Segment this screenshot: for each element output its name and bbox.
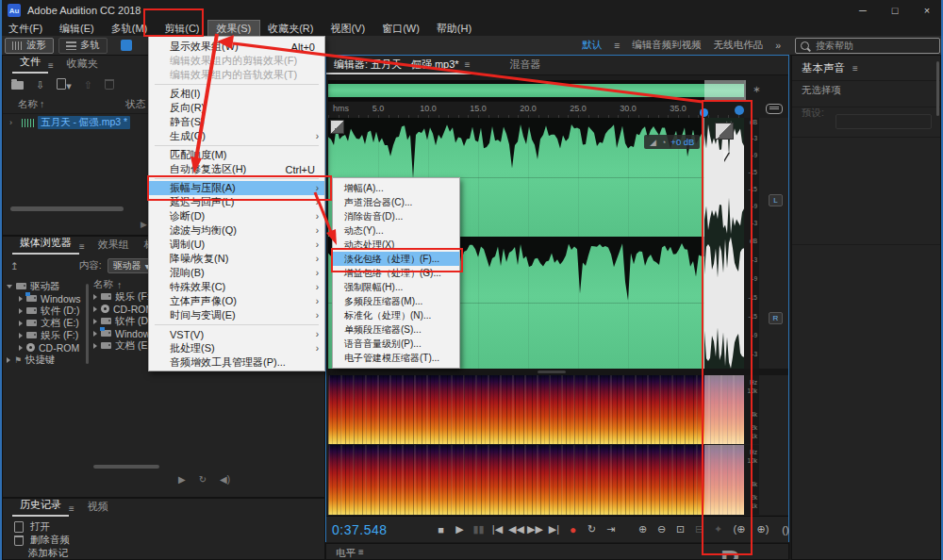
zoom-selection-button[interactable]: ⊡ <box>671 523 689 535</box>
tab-files[interactable]: 文件 <box>12 53 48 74</box>
tree-row-windows[interactable]: Windows <box>7 292 84 305</box>
menu-view[interactable]: 视图(V) <box>322 21 373 36</box>
expand-icon[interactable] <box>19 308 23 314</box>
tree-row-documents[interactable]: 文档 (E:) <box>7 317 84 329</box>
list-col-name[interactable]: 名称 <box>93 278 113 291</box>
essential-sound-menu-icon[interactable]: ≡ <box>852 63 858 74</box>
workspace-tab-default[interactable]: 默认 <box>582 39 602 52</box>
fast-forward-button[interactable]: ▶▶ <box>526 523 544 535</box>
tree-row-cdrom[interactable]: CD-ROM <box>7 341 84 354</box>
editor-menu-icon[interactable]: ≡ <box>465 59 471 70</box>
play-button[interactable]: ▶ <box>451 523 469 535</box>
zoom-full-button[interactable]: ⊟ <box>690 523 708 535</box>
col-status[interactable]: 状态 <box>125 98 145 111</box>
menu-effects[interactable]: 效果(S) <box>208 21 260 36</box>
menu-item-silence[interactable]: 静音(S) <box>149 115 324 129</box>
spectrogram-selection-right[interactable] <box>704 445 744 515</box>
tree-row-media[interactable]: 娱乐 (F:) <box>7 329 84 341</box>
gain-value[interactable]: +0 dB <box>670 137 694 147</box>
expand-icon[interactable] <box>93 331 97 337</box>
submenu-item-dynamics[interactable]: 动态(Y)... <box>333 223 459 238</box>
preview-play-icon[interactable]: ▶ <box>141 220 147 229</box>
tree-row-drives[interactable]: 驱动器 <box>7 280 84 292</box>
menu-item-amplitude-compression[interactable]: 振幅与压限(A)› <box>149 181 324 195</box>
tab-favorites[interactable]: 收藏夹 <box>59 55 106 74</box>
gain-hud[interactable]: ◢ ◔ +0 dB <box>644 135 700 149</box>
history-item-add-marker[interactable]: 添加标记 <box>3 547 324 560</box>
submenu-item-hard-limiter[interactable]: 强制限幅(H)... <box>333 280 459 294</box>
fade-out-handle-icon[interactable] <box>715 123 734 140</box>
up-directory-icon[interactable]: ↥ <box>10 260 19 272</box>
spectrogram-right-channel[interactable] <box>328 445 744 515</box>
skip-to-end-button[interactable]: ▶| <box>545 523 563 535</box>
help-search-box[interactable] <box>795 38 940 54</box>
workspace-tab-radio[interactable]: 无线电作品 <box>714 39 764 52</box>
wave-spectral-splitter[interactable] <box>328 369 788 375</box>
submenu-item-amplify[interactable]: 增幅(A)... <box>333 181 459 195</box>
submenu-item-deesser[interactable]: 消除齿音(D)... <box>333 209 459 223</box>
submenu-item-normalize[interactable]: 标准化（处理）(N)... <box>333 308 459 322</box>
menu-item-modulation[interactable]: 调制(U)› <box>149 238 324 252</box>
overview-selection[interactable] <box>704 80 746 101</box>
search-input[interactable] <box>814 40 935 52</box>
history-item-open[interactable]: 打开 <box>3 520 324 534</box>
expand-icon[interactable] <box>93 319 97 324</box>
preview-play-icon[interactable]: ▶ <box>178 474 186 485</box>
minimize-button[interactable]: ─ <box>847 0 879 21</box>
speaker-icon[interactable]: ◀) <box>220 474 230 485</box>
tab-video[interactable]: 视频 <box>80 498 116 517</box>
tree-row-shortcuts[interactable]: ⚑快捷键 <box>7 354 84 366</box>
zoom-reset-button[interactable]: ✦ <box>709 523 727 535</box>
menu-item-invert[interactable]: 反相(I) <box>149 87 324 101</box>
file-name[interactable]: 五月天 - 倔强.mp3 * <box>38 116 130 129</box>
monitor-icon[interactable]: ∗ <box>753 84 760 94</box>
menu-item-stereo-imagery[interactable]: 立体声声像(O)› <box>149 294 324 308</box>
menu-item-delay-echo[interactable]: 延迟与回声(L)› <box>149 195 324 209</box>
close-button[interactable]: × <box>911 0 943 21</box>
menu-item-audio-plugin-manager[interactable]: 音频增效工具管理器(P)... <box>149 355 324 370</box>
workspace-tab-edit-audio-video[interactable]: 编辑音频到视频 <box>632 39 702 52</box>
tree-row-software[interactable]: 软件 (D:) <box>7 305 84 317</box>
overview-navigator[interactable] <box>328 80 744 101</box>
workspace-overflow-chevron[interactable]: » <box>775 40 781 51</box>
submenu-item-single-band-compressor[interactable]: 单频段压缩器(S)... <box>333 322 459 337</box>
menu-multitrack[interactable]: 多轨(M) <box>103 21 157 36</box>
stop-button[interactable]: ■ <box>432 524 450 535</box>
selection-right-channel[interactable] <box>704 237 744 369</box>
menu-help[interactable]: 帮助(H) <box>428 21 480 36</box>
menu-item-batch-process[interactable]: 批处理(S)› <box>149 341 324 355</box>
menu-item-vst[interactable]: VST(V)› <box>149 327 324 341</box>
media-browser-menu-icon[interactable]: ≡ <box>79 239 91 255</box>
panel-vscrollbar[interactable] <box>936 61 939 116</box>
import-file-icon[interactable]: ⇩ <box>36 79 44 91</box>
spectrogram-left-channel[interactable] <box>328 375 744 444</box>
expand-icon[interactable] <box>93 294 97 300</box>
loop-preview-icon[interactable]: ↻ <box>199 474 207 485</box>
menu-item-show-effects-rack[interactable]: 显示效果组(W)Alt+0 <box>149 40 324 54</box>
menu-item-auto-heal-selection[interactable]: 自动修复选区(H)Ctrl+U <box>149 162 324 176</box>
loop-playback-button[interactable]: ↻ <box>583 523 601 535</box>
rewind-button[interactable]: ◀◀ <box>507 523 525 535</box>
submenu-item-channel-mixer[interactable]: 声道混合器(C)... <box>333 195 459 209</box>
collapse-icon[interactable] <box>7 285 12 288</box>
menu-item-noise-reduction[interactable]: 降噪/恢复(N)› <box>149 252 324 266</box>
menu-window[interactable]: 窗口(W) <box>373 21 428 36</box>
expand-icon[interactable] <box>19 296 23 302</box>
menu-item-reverse[interactable]: 反向(R) <box>149 101 324 115</box>
tree-vscrollbar[interactable] <box>86 284 89 364</box>
right-channel-badge[interactable]: R <box>769 312 783 324</box>
display-settings-icon[interactable] <box>766 104 783 114</box>
zoom-out-time-button[interactable]: ⊖ <box>653 523 670 535</box>
menu-item-match-loudness[interactable]: 匹配响度(M) <box>149 148 324 162</box>
open-file-icon[interactable] <box>11 81 24 90</box>
zoom-in-time-button[interactable]: ⊕ <box>634 523 652 535</box>
record-button[interactable]: ● <box>564 523 582 536</box>
expand-chevron-icon[interactable]: › <box>9 118 18 127</box>
submenu-item-fade-envelope[interactable]: 淡化包络（处理）(F)... <box>333 252 459 266</box>
menu-edit[interactable]: 编辑(E) <box>51 21 103 36</box>
menu-item-special-effects[interactable]: 特殊效果(C)› <box>149 280 324 294</box>
menu-favorites[interactable]: 收藏夹(R) <box>259 21 322 36</box>
menu-item-reverb[interactable]: 混响(B)› <box>149 266 324 280</box>
expand-icon[interactable] <box>19 321 23 326</box>
submenu-item-speech-volume-leveler[interactable]: 语音音量级别(P)... <box>333 337 459 351</box>
